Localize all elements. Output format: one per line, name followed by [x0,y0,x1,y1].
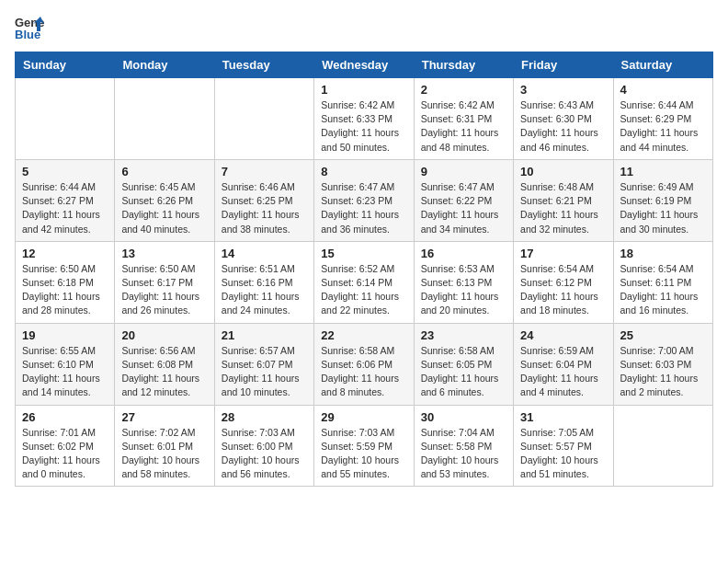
day-info: Sunrise: 6:50 AM Sunset: 6:17 PM Dayligh… [121,262,207,318]
day-info: Sunrise: 6:42 AM Sunset: 6:33 PM Dayligh… [321,98,406,155]
col-header-thursday: Thursday [414,52,513,78]
col-header-friday: Friday [514,52,613,78]
calendar-cell [613,405,712,487]
col-header-saturday: Saturday [613,52,712,78]
day-number: 25 [620,328,706,342]
calendar-cell: 8Sunrise: 6:47 AM Sunset: 6:23 PM Daylig… [314,159,414,241]
day-number: 23 [421,328,506,342]
calendar-cell: 1Sunrise: 6:42 AM Sunset: 6:33 PM Daylig… [314,78,414,160]
day-number: 20 [121,328,207,342]
day-info: Sunrise: 6:58 AM Sunset: 6:05 PM Dayligh… [421,344,506,400]
day-number: 31 [520,410,606,424]
svg-text:Blue: Blue [15,28,40,40]
calendar-cell: 17Sunrise: 6:54 AM Sunset: 6:12 PM Dayli… [514,241,613,323]
calendar-cell: 14Sunrise: 6:51 AM Sunset: 6:16 PM Dayli… [214,241,313,323]
day-number: 12 [22,247,108,260]
logo: General Blue [15,15,44,40]
day-number: 19 [22,328,108,342]
calendar-cell: 5Sunrise: 6:44 AM Sunset: 6:27 PM Daylig… [16,159,115,241]
day-info: Sunrise: 6:46 AM Sunset: 6:25 PM Dayligh… [222,180,307,236]
day-info: Sunrise: 6:48 AM Sunset: 6:21 PM Dayligh… [520,180,606,236]
day-number: 22 [321,328,406,342]
calendar-cell: 20Sunrise: 6:56 AM Sunset: 6:08 PM Dayli… [115,323,214,405]
logo-icon: General Blue [15,15,44,40]
day-number: 13 [121,247,207,260]
day-number: 9 [421,165,506,178]
day-info: Sunrise: 7:03 AM Sunset: 6:00 PM Dayligh… [222,426,307,482]
calendar-cell: 9Sunrise: 6:47 AM Sunset: 6:22 PM Daylig… [414,159,513,241]
day-info: Sunrise: 7:00 AM Sunset: 6:03 PM Dayligh… [620,344,706,400]
day-info: Sunrise: 6:58 AM Sunset: 6:06 PM Dayligh… [321,344,406,400]
day-number: 18 [620,247,706,260]
day-number: 2 [421,83,506,97]
calendar-cell: 16Sunrise: 6:53 AM Sunset: 6:13 PM Dayli… [414,241,513,323]
day-number: 26 [22,410,108,424]
day-number: 30 [421,410,506,424]
day-info: Sunrise: 6:49 AM Sunset: 6:19 PM Dayligh… [620,180,706,236]
day-info: Sunrise: 6:56 AM Sunset: 6:08 PM Dayligh… [121,344,207,400]
calendar-cell: 25Sunrise: 7:00 AM Sunset: 6:03 PM Dayli… [613,323,712,405]
day-number: 28 [222,410,307,424]
calendar-cell: 27Sunrise: 7:02 AM Sunset: 6:01 PM Dayli… [115,405,214,487]
day-info: Sunrise: 6:59 AM Sunset: 6:04 PM Dayligh… [520,344,606,400]
calendar-cell [214,78,313,160]
day-number: 21 [222,328,307,342]
day-number: 7 [222,165,307,178]
day-info: Sunrise: 7:03 AM Sunset: 5:59 PM Dayligh… [321,426,406,482]
day-number: 16 [421,247,506,260]
day-number: 1 [321,83,406,97]
calendar-cell: 21Sunrise: 6:57 AM Sunset: 6:07 PM Dayli… [214,323,313,405]
day-info: Sunrise: 6:45 AM Sunset: 6:26 PM Dayligh… [121,180,207,236]
calendar-table: SundayMondayTuesdayWednesdayThursdayFrid… [15,52,713,487]
calendar-cell: 7Sunrise: 6:46 AM Sunset: 6:25 PM Daylig… [214,159,313,241]
calendar-cell: 19Sunrise: 6:55 AM Sunset: 6:10 PM Dayli… [16,323,115,405]
day-info: Sunrise: 6:51 AM Sunset: 6:16 PM Dayligh… [222,262,307,318]
day-number: 17 [520,247,606,260]
day-info: Sunrise: 6:50 AM Sunset: 6:18 PM Dayligh… [22,262,108,318]
col-header-monday: Monday [115,52,214,78]
day-number: 14 [222,247,307,260]
col-header-wednesday: Wednesday [314,52,414,78]
calendar-cell [16,78,115,160]
calendar-cell: 6Sunrise: 6:45 AM Sunset: 6:26 PM Daylig… [115,159,214,241]
day-number: 6 [121,165,207,178]
day-number: 10 [520,165,606,178]
day-number: 27 [121,410,207,424]
day-info: Sunrise: 7:04 AM Sunset: 5:58 PM Dayligh… [421,426,506,482]
day-number: 29 [321,410,406,424]
calendar-cell: 3Sunrise: 6:43 AM Sunset: 6:30 PM Daylig… [514,78,613,160]
day-number: 4 [620,83,706,97]
calendar-cell: 15Sunrise: 6:52 AM Sunset: 6:14 PM Dayli… [314,241,414,323]
calendar-cell: 28Sunrise: 7:03 AM Sunset: 6:00 PM Dayli… [214,405,313,487]
day-info: Sunrise: 6:47 AM Sunset: 6:23 PM Dayligh… [321,180,406,236]
day-info: Sunrise: 6:54 AM Sunset: 6:12 PM Dayligh… [520,262,606,318]
calendar-cell: 4Sunrise: 6:44 AM Sunset: 6:29 PM Daylig… [613,78,712,160]
calendar-cell: 18Sunrise: 6:54 AM Sunset: 6:11 PM Dayli… [613,241,712,323]
calendar-cell: 13Sunrise: 6:50 AM Sunset: 6:17 PM Dayli… [115,241,214,323]
calendar-cell: 23Sunrise: 6:58 AM Sunset: 6:05 PM Dayli… [414,323,513,405]
day-info: Sunrise: 7:05 AM Sunset: 5:57 PM Dayligh… [520,426,606,482]
day-number: 5 [22,165,108,178]
col-header-tuesday: Tuesday [214,52,313,78]
calendar-cell: 31Sunrise: 7:05 AM Sunset: 5:57 PM Dayli… [514,405,613,487]
calendar-cell: 22Sunrise: 6:58 AM Sunset: 6:06 PM Dayli… [314,323,414,405]
day-number: 24 [520,328,606,342]
day-info: Sunrise: 6:42 AM Sunset: 6:31 PM Dayligh… [421,98,506,155]
calendar-cell: 30Sunrise: 7:04 AM Sunset: 5:58 PM Dayli… [414,405,513,487]
calendar-cell: 10Sunrise: 6:48 AM Sunset: 6:21 PM Dayli… [514,159,613,241]
day-info: Sunrise: 7:02 AM Sunset: 6:01 PM Dayligh… [121,426,207,482]
day-info: Sunrise: 6:55 AM Sunset: 6:10 PM Dayligh… [22,344,108,400]
calendar-cell: 29Sunrise: 7:03 AM Sunset: 5:59 PM Dayli… [314,405,414,487]
calendar-cell: 11Sunrise: 6:49 AM Sunset: 6:19 PM Dayli… [613,159,712,241]
day-info: Sunrise: 6:43 AM Sunset: 6:30 PM Dayligh… [520,98,606,155]
day-info: Sunrise: 7:01 AM Sunset: 6:02 PM Dayligh… [22,426,108,482]
calendar-cell: 2Sunrise: 6:42 AM Sunset: 6:31 PM Daylig… [414,78,513,160]
calendar-cell: 12Sunrise: 6:50 AM Sunset: 6:18 PM Dayli… [16,241,115,323]
day-number: 15 [321,247,406,260]
page-header: General Blue [15,15,713,40]
calendar-cell: 26Sunrise: 7:01 AM Sunset: 6:02 PM Dayli… [16,405,115,487]
day-info: Sunrise: 6:47 AM Sunset: 6:22 PM Dayligh… [421,180,506,236]
day-info: Sunrise: 6:44 AM Sunset: 6:27 PM Dayligh… [22,180,108,236]
col-header-sunday: Sunday [16,52,115,78]
day-info: Sunrise: 6:52 AM Sunset: 6:14 PM Dayligh… [321,262,406,318]
